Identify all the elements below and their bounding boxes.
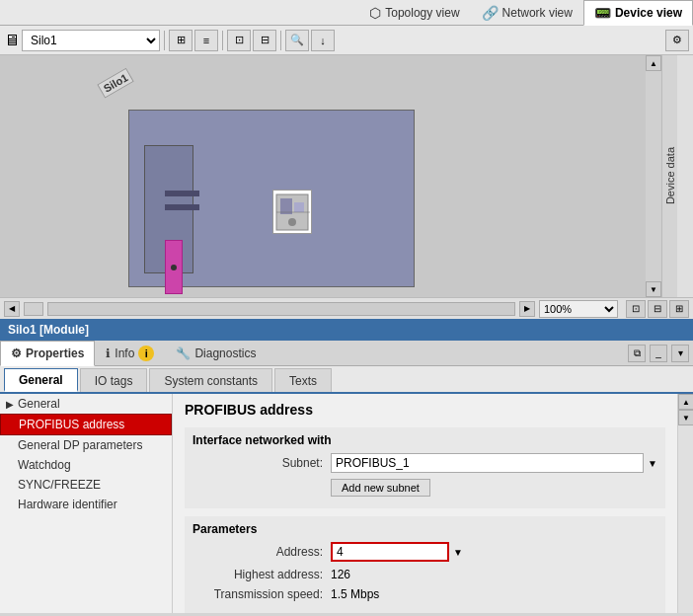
tab-topology-label: Topology view [385, 6, 459, 20]
toolbar-hw-icon: 🖥 [4, 32, 20, 49]
tab-network[interactable]: 🔗 Network view [471, 0, 583, 26]
tab-properties-label: Properties [26, 346, 84, 360]
sidebar-item-syncfreeze-label: SYNC/FREEZE [18, 478, 101, 492]
inner-tab-sysconstants-label: System constants [164, 374, 258, 388]
topology-icon: ⬡ [369, 5, 381, 21]
toolbar-btn-settings[interactable]: ⚙ [665, 30, 689, 51]
sidebar-item-profibus-label: PROFIBUS address [19, 418, 124, 431]
device-thumbnail [272, 190, 312, 234]
status-icon-1[interactable]: ⊡ [626, 300, 646, 318]
address-label: Address: [192, 545, 331, 559]
device-data-label: Device data [664, 147, 676, 204]
right-content-panel: PROFIBUS address Interface networked wit… [173, 394, 677, 613]
right-scroll-down[interactable]: ▼ [678, 410, 693, 425]
tab-topology[interactable]: ⬡ Topology view [358, 0, 470, 26]
props-minimize-btn[interactable]: _ [650, 345, 667, 362]
status-icon-3[interactable]: ⊞ [669, 300, 689, 318]
highest-address-value: 126 [331, 568, 350, 581]
inner-tab-sysconstants[interactable]: System constants [149, 368, 272, 392]
section-title: PROFIBUS address [185, 402, 665, 418]
scroll-h-track[interactable] [47, 302, 515, 316]
scroll-down-btn[interactable]: ▼ [646, 281, 661, 297]
address-input[interactable] [331, 542, 449, 562]
inner-tab-bar: General IO tags System constants Texts [0, 366, 693, 394]
device-block[interactable] [128, 110, 415, 287]
device-slot[interactable] [165, 240, 183, 294]
highest-address-row: Highest address: 126 [192, 568, 657, 581]
tab-device[interactable]: 📟 Device view [583, 0, 693, 26]
toolbar-right: ⚙ [665, 30, 689, 51]
sidebar-group-general-label: General [18, 397, 60, 411]
scroll-thumb [24, 302, 43, 316]
device-icon: 📟 [594, 5, 611, 21]
sidebar-item-profibus[interactable]: PROFIBUS address [0, 414, 172, 435]
inner-tab-general-label: General [19, 373, 63, 387]
transmission-field: 1.5 Mbps [331, 587, 657, 601]
right-scrollbar[interactable]: ▲ ▼ [677, 394, 693, 613]
sidebar-item-syncfreeze[interactable]: SYNC/FREEZE [0, 475, 172, 495]
svg-rect-1 [280, 198, 292, 214]
sidebar-item-generaldp[interactable]: General DP parameters [0, 435, 172, 455]
scroll-right-btn[interactable]: ▶ [519, 301, 535, 317]
device-data-panel[interactable]: Device data [661, 55, 677, 297]
highest-address-field: 126 [331, 568, 657, 581]
inner-tab-general[interactable]: General [4, 368, 78, 392]
top-tab-bar: ⬡ Topology view 🔗 Network view 📟 Device … [0, 0, 693, 26]
sidebar-item-watchdog[interactable]: Watchdog [0, 455, 172, 475]
tab-info-label: Info [115, 346, 134, 360]
tab-info[interactable]: ℹ Info i [95, 341, 165, 366]
toolbar-btn-expand[interactable]: ⊡ [227, 30, 251, 51]
device-lines [165, 191, 199, 210]
tab-diagnostics[interactable]: 🔧 Diagnostics [165, 341, 267, 366]
device-select[interactable]: Silo1 [22, 30, 160, 51]
scroll-left-btn[interactable]: ◀ [4, 301, 20, 317]
toolbar-btn-list[interactable]: ≡ [194, 30, 218, 51]
tab-diagnostics-label: Diagnostics [194, 346, 256, 360]
left-sidebar: ▶ General PROFIBUS address General DP pa… [0, 394, 173, 613]
status-icon-2[interactable]: ⊟ [648, 300, 667, 318]
inner-tab-iotags[interactable]: IO tags [80, 368, 148, 392]
subsection-interface-title: Interface networked with [192, 433, 657, 447]
highest-address-label: Highest address: [192, 568, 331, 581]
transmission-row: Transmission speed: 1.5 Mbps [192, 587, 657, 601]
toolbar-btn-collapse[interactable]: ⊟ [253, 30, 276, 51]
device-label: Silo1 [97, 67, 134, 98]
properties-icon: ⚙ [11, 346, 22, 360]
subnet-dropdown-icon[interactable]: ▼ [648, 458, 657, 469]
info-tab-icon: ℹ [106, 346, 111, 360]
toolbar-btn-down[interactable]: ↓ [311, 30, 335, 51]
transmission-value: 1.5 Mbps [331, 587, 379, 601]
inner-tab-iotags-label: IO tags [95, 374, 133, 388]
module-title-text: Silo1 [Module] [8, 323, 89, 337]
props-float-btn[interactable]: ⧉ [628, 345, 646, 362]
canvas-status-bar: ◀ ▶ 100% ⊡ ⊟ ⊞ [0, 297, 693, 319]
scroll-up-btn[interactable]: ▲ [646, 55, 661, 71]
device-svg [274, 192, 310, 232]
device-inner-block [144, 145, 193, 273]
device-canvas[interactable]: Silo1 [0, 55, 693, 297]
sidebar-item-watchdog-label: Watchdog [18, 458, 71, 472]
sidebar-item-hwidentifier[interactable]: Hardware identifier [0, 495, 172, 514]
toolbar-sep3 [280, 31, 281, 50]
diagnostics-icon: 🔧 [176, 346, 191, 360]
subnet-input[interactable] [331, 453, 644, 473]
tab-properties[interactable]: ⚙ Properties [0, 341, 95, 366]
network-icon: 🔗 [482, 5, 499, 21]
zoom-select[interactable]: 100% [539, 300, 618, 318]
address-row: Address: ▼ [192, 542, 657, 562]
status-icons: ⊡ ⊟ ⊞ [626, 300, 689, 318]
sidebar-item-hwidentifier-label: Hardware identifier [18, 498, 117, 511]
info-badge: i [138, 346, 154, 361]
sidebar-group-general[interactable]: ▶ General [0, 394, 172, 414]
canvas-wrapper: Silo1 [0, 55, 693, 319]
inner-tab-texts[interactable]: Texts [274, 368, 332, 392]
slot-dot [171, 265, 177, 270]
right-scroll-up[interactable]: ▲ [678, 394, 693, 410]
toolbar-btn-zoom[interactable]: 🔍 [285, 30, 309, 51]
toolbar-sep2 [222, 31, 223, 50]
address-dropdown-icon[interactable]: ▼ [453, 547, 463, 558]
sidebar-item-generaldp-label: General DP parameters [18, 438, 143, 452]
toolbar-btn-grid[interactable]: ⊞ [169, 30, 192, 51]
props-close-btn[interactable]: ▾ [671, 345, 689, 362]
add-subnet-button[interactable]: Add new subnet [331, 479, 430, 497]
